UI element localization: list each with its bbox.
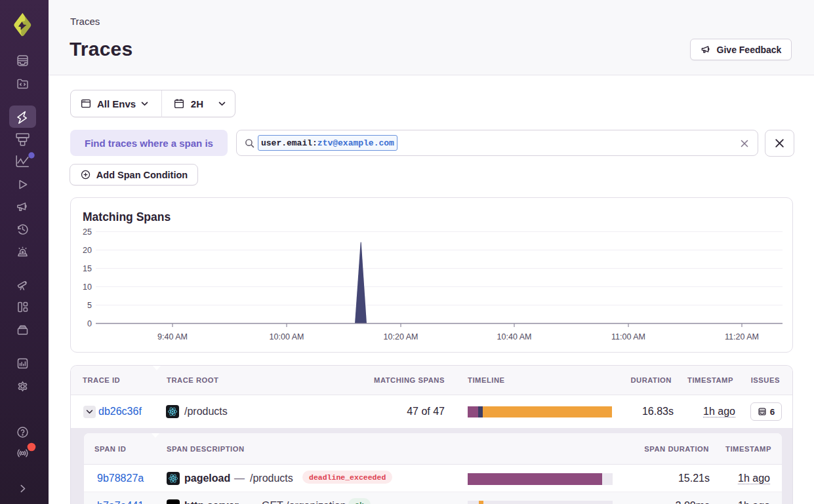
svg-text:20: 20 — [83, 246, 92, 255]
svg-text:11:20 AM: 11:20 AM — [725, 332, 759, 341]
svg-text:10: 10 — [83, 282, 92, 292]
svg-text:25: 25 — [83, 227, 92, 237]
svg-text:10:20 AM: 10:20 AM — [384, 332, 418, 341]
svg-text:0: 0 — [87, 319, 92, 328]
svg-text:10:40 AM: 10:40 AM — [497, 332, 532, 341]
svg-text:9:40 AM: 9:40 AM — [157, 332, 188, 341]
svg-text:11:00 AM: 11:00 AM — [611, 332, 645, 341]
svg-text:15: 15 — [83, 264, 92, 273]
svg-text:5: 5 — [87, 301, 92, 310]
svg-text:10:00 AM: 10:00 AM — [270, 332, 304, 341]
